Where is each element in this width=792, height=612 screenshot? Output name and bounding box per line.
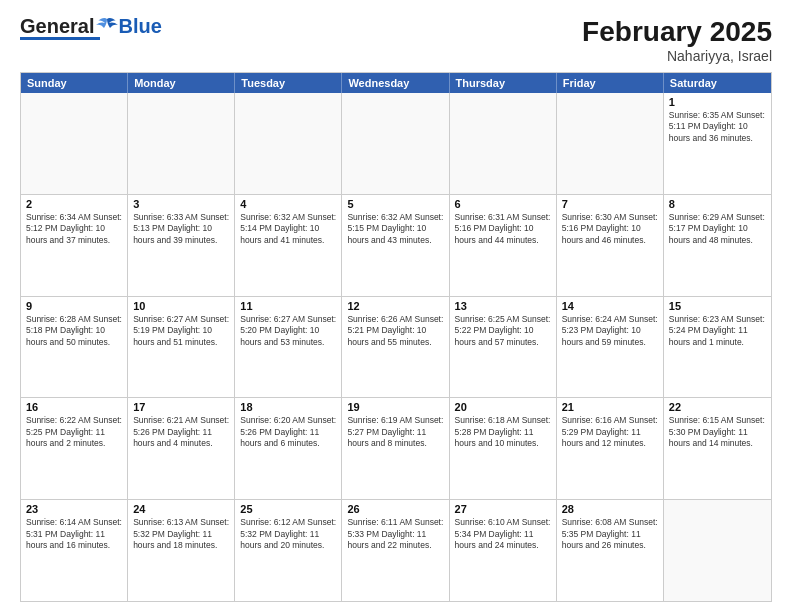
calendar-cell: 8Sunrise: 6:29 AM Sunset: 5:17 PM Daylig… — [664, 195, 771, 296]
calendar-cell: 19Sunrise: 6:19 AM Sunset: 5:27 PM Dayli… — [342, 398, 449, 499]
day-number: 16 — [26, 401, 122, 413]
day-number: 2 — [26, 198, 122, 210]
cell-info: Sunrise: 6:15 AM Sunset: 5:30 PM Dayligh… — [669, 415, 766, 449]
cell-info: Sunrise: 6:26 AM Sunset: 5:21 PM Dayligh… — [347, 314, 443, 348]
calendar-header-sunday: Sunday — [21, 73, 128, 93]
day-number: 13 — [455, 300, 551, 312]
calendar-cell: 12Sunrise: 6:26 AM Sunset: 5:21 PM Dayli… — [342, 297, 449, 398]
cell-info: Sunrise: 6:08 AM Sunset: 5:35 PM Dayligh… — [562, 517, 658, 551]
cell-info: Sunrise: 6:16 AM Sunset: 5:29 PM Dayligh… — [562, 415, 658, 449]
calendar-cell: 15Sunrise: 6:23 AM Sunset: 5:24 PM Dayli… — [664, 297, 771, 398]
calendar: SundayMondayTuesdayWednesdayThursdayFrid… — [20, 72, 772, 602]
day-number: 23 — [26, 503, 122, 515]
calendar-row-2: 9Sunrise: 6:28 AM Sunset: 5:18 PM Daylig… — [21, 296, 771, 398]
day-number: 14 — [562, 300, 658, 312]
calendar-cell: 13Sunrise: 6:25 AM Sunset: 5:22 PM Dayli… — [450, 297, 557, 398]
cell-info: Sunrise: 6:33 AM Sunset: 5:13 PM Dayligh… — [133, 212, 229, 246]
calendar-row-4: 23Sunrise: 6:14 AM Sunset: 5:31 PM Dayli… — [21, 499, 771, 601]
cell-info: Sunrise: 6:32 AM Sunset: 5:15 PM Dayligh… — [347, 212, 443, 246]
day-number: 9 — [26, 300, 122, 312]
cell-info: Sunrise: 6:27 AM Sunset: 5:20 PM Dayligh… — [240, 314, 336, 348]
calendar-header-friday: Friday — [557, 73, 664, 93]
calendar-cell — [342, 93, 449, 194]
calendar-row-3: 16Sunrise: 6:22 AM Sunset: 5:25 PM Dayli… — [21, 397, 771, 499]
cell-info: Sunrise: 6:19 AM Sunset: 5:27 PM Dayligh… — [347, 415, 443, 449]
calendar-cell: 3Sunrise: 6:33 AM Sunset: 5:13 PM Daylig… — [128, 195, 235, 296]
calendar-cell: 18Sunrise: 6:20 AM Sunset: 5:26 PM Dayli… — [235, 398, 342, 499]
calendar-cell: 28Sunrise: 6:08 AM Sunset: 5:35 PM Dayli… — [557, 500, 664, 601]
calendar-row-0: 1Sunrise: 6:35 AM Sunset: 5:11 PM Daylig… — [21, 93, 771, 194]
cell-info: Sunrise: 6:28 AM Sunset: 5:18 PM Dayligh… — [26, 314, 122, 348]
calendar-cell: 4Sunrise: 6:32 AM Sunset: 5:14 PM Daylig… — [235, 195, 342, 296]
calendar-cell: 5Sunrise: 6:32 AM Sunset: 5:15 PM Daylig… — [342, 195, 449, 296]
calendar-cell: 24Sunrise: 6:13 AM Sunset: 5:32 PM Dayli… — [128, 500, 235, 601]
cell-info: Sunrise: 6:23 AM Sunset: 5:24 PM Dayligh… — [669, 314, 766, 348]
calendar-cell: 14Sunrise: 6:24 AM Sunset: 5:23 PM Dayli… — [557, 297, 664, 398]
day-number: 19 — [347, 401, 443, 413]
day-number: 27 — [455, 503, 551, 515]
calendar-cell: 16Sunrise: 6:22 AM Sunset: 5:25 PM Dayli… — [21, 398, 128, 499]
logo-general-text: General — [20, 16, 94, 36]
calendar-cell: 26Sunrise: 6:11 AM Sunset: 5:33 PM Dayli… — [342, 500, 449, 601]
day-number: 15 — [669, 300, 766, 312]
day-number: 17 — [133, 401, 229, 413]
day-number: 8 — [669, 198, 766, 210]
calendar-cell: 9Sunrise: 6:28 AM Sunset: 5:18 PM Daylig… — [21, 297, 128, 398]
cell-info: Sunrise: 6:22 AM Sunset: 5:25 PM Dayligh… — [26, 415, 122, 449]
cell-info: Sunrise: 6:24 AM Sunset: 5:23 PM Dayligh… — [562, 314, 658, 348]
logo-underline — [20, 37, 100, 40]
day-number: 7 — [562, 198, 658, 210]
cell-info: Sunrise: 6:30 AM Sunset: 5:16 PM Dayligh… — [562, 212, 658, 246]
calendar-cell: 6Sunrise: 6:31 AM Sunset: 5:16 PM Daylig… — [450, 195, 557, 296]
header: General Blue February 2025 Nahariyya, Is… — [20, 16, 772, 64]
cell-info: Sunrise: 6:27 AM Sunset: 5:19 PM Dayligh… — [133, 314, 229, 348]
calendar-cell: 23Sunrise: 6:14 AM Sunset: 5:31 PM Dayli… — [21, 500, 128, 601]
calendar-cell: 22Sunrise: 6:15 AM Sunset: 5:30 PM Dayli… — [664, 398, 771, 499]
page: General Blue February 2025 Nahariyya, Is… — [0, 0, 792, 612]
calendar-row-1: 2Sunrise: 6:34 AM Sunset: 5:12 PM Daylig… — [21, 194, 771, 296]
cell-info: Sunrise: 6:11 AM Sunset: 5:33 PM Dayligh… — [347, 517, 443, 551]
cell-info: Sunrise: 6:21 AM Sunset: 5:26 PM Dayligh… — [133, 415, 229, 449]
cell-info: Sunrise: 6:31 AM Sunset: 5:16 PM Dayligh… — [455, 212, 551, 246]
calendar-header-tuesday: Tuesday — [235, 73, 342, 93]
cell-info: Sunrise: 6:29 AM Sunset: 5:17 PM Dayligh… — [669, 212, 766, 246]
logo-blue-text: Blue — [118, 16, 161, 36]
calendar-cell — [235, 93, 342, 194]
calendar-header-saturday: Saturday — [664, 73, 771, 93]
day-number: 10 — [133, 300, 229, 312]
day-number: 25 — [240, 503, 336, 515]
cell-info: Sunrise: 6:35 AM Sunset: 5:11 PM Dayligh… — [669, 110, 766, 144]
day-number: 12 — [347, 300, 443, 312]
day-number: 24 — [133, 503, 229, 515]
day-number: 4 — [240, 198, 336, 210]
calendar-cell — [450, 93, 557, 194]
calendar-cell — [557, 93, 664, 194]
calendar-cell: 25Sunrise: 6:12 AM Sunset: 5:32 PM Dayli… — [235, 500, 342, 601]
cell-info: Sunrise: 6:32 AM Sunset: 5:14 PM Dayligh… — [240, 212, 336, 246]
day-number: 18 — [240, 401, 336, 413]
title-area: February 2025 Nahariyya, Israel — [582, 16, 772, 64]
day-number: 3 — [133, 198, 229, 210]
calendar-header-thursday: Thursday — [450, 73, 557, 93]
calendar-cell: 10Sunrise: 6:27 AM Sunset: 5:19 PM Dayli… — [128, 297, 235, 398]
calendar-header-wednesday: Wednesday — [342, 73, 449, 93]
cell-info: Sunrise: 6:34 AM Sunset: 5:12 PM Dayligh… — [26, 212, 122, 246]
day-number: 22 — [669, 401, 766, 413]
cell-info: Sunrise: 6:18 AM Sunset: 5:28 PM Dayligh… — [455, 415, 551, 449]
location-subtitle: Nahariyya, Israel — [582, 48, 772, 64]
cell-info: Sunrise: 6:20 AM Sunset: 5:26 PM Dayligh… — [240, 415, 336, 449]
calendar-header: SundayMondayTuesdayWednesdayThursdayFrid… — [21, 73, 771, 93]
cell-info: Sunrise: 6:13 AM Sunset: 5:32 PM Dayligh… — [133, 517, 229, 551]
calendar-cell: 17Sunrise: 6:21 AM Sunset: 5:26 PM Dayli… — [128, 398, 235, 499]
calendar-cell: 27Sunrise: 6:10 AM Sunset: 5:34 PM Dayli… — [450, 500, 557, 601]
calendar-cell: 11Sunrise: 6:27 AM Sunset: 5:20 PM Dayli… — [235, 297, 342, 398]
calendar-cell: 20Sunrise: 6:18 AM Sunset: 5:28 PM Dayli… — [450, 398, 557, 499]
cell-info: Sunrise: 6:25 AM Sunset: 5:22 PM Dayligh… — [455, 314, 551, 348]
day-number: 21 — [562, 401, 658, 413]
day-number: 5 — [347, 198, 443, 210]
cell-info: Sunrise: 6:12 AM Sunset: 5:32 PM Dayligh… — [240, 517, 336, 551]
cell-info: Sunrise: 6:14 AM Sunset: 5:31 PM Dayligh… — [26, 517, 122, 551]
calendar-cell — [664, 500, 771, 601]
calendar-cell — [21, 93, 128, 194]
calendar-cell — [128, 93, 235, 194]
